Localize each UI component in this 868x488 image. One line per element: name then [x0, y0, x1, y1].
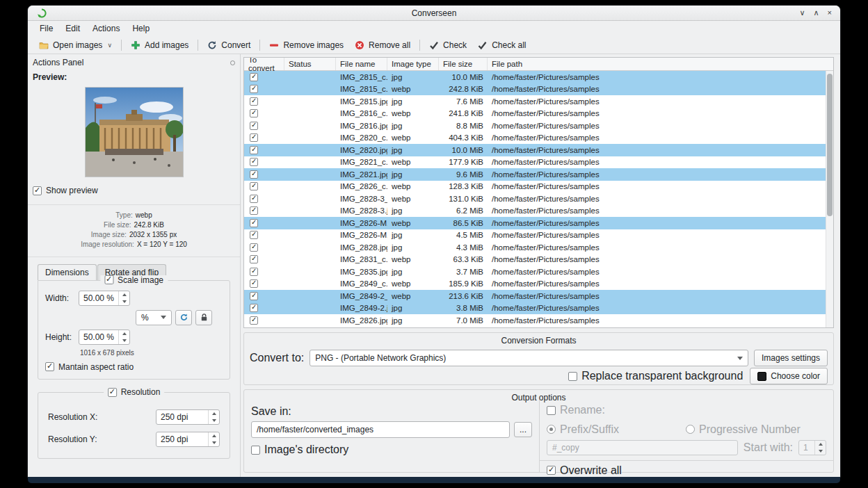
table-row[interactable]: IMG_2816.jpgjpg8.8 MiB/home/faster/Pictu…: [244, 120, 826, 132]
table-row[interactable]: IMG_2849-2_...webp213.6 KiB/home/faster/…: [244, 290, 826, 302]
browse-button[interactable]: ...: [514, 422, 532, 437]
scrollbar-thumb[interactable]: [827, 74, 833, 216]
to-convert-checkbox[interactable]: [250, 146, 258, 154]
table-row[interactable]: IMG_2828-3.j...jpg6.2 MiB/home/faster/Pi…: [244, 205, 826, 218]
to-convert-checkbox[interactable]: [250, 133, 258, 142]
to-convert-checkbox[interactable]: [250, 304, 258, 312]
column-to-convert[interactable]: To convert: [244, 58, 284, 70]
to-convert-checkbox[interactable]: [250, 279, 258, 288]
to-convert-checkbox[interactable]: [250, 219, 258, 227]
convert-to-select[interactable]: PNG - (Portable Network Graphics): [310, 350, 748, 366]
to-convert-checkbox[interactable]: [250, 206, 258, 215]
lock-aspect-button[interactable]: [195, 310, 212, 325]
refresh-button[interactable]: [175, 310, 192, 325]
dock-float-icon[interactable]: [230, 60, 235, 65]
table-row[interactable]: IMG_2815_c...webp242.8 KiB/home/faster/P…: [244, 83, 826, 96]
column-file-size[interactable]: File size: [439, 58, 488, 70]
column-image-type[interactable]: Image type: [387, 58, 439, 70]
menu-file[interactable]: File: [33, 22, 59, 35]
images-settings-button[interactable]: Images settings: [754, 350, 828, 366]
menu-help[interactable]: Help: [126, 22, 156, 35]
to-convert-checkbox[interactable]: [250, 109, 258, 117]
menu-actions[interactable]: Actions: [86, 22, 126, 35]
minimize-button[interactable]: ∨: [799, 8, 805, 17]
resolution-x-spinner[interactable]: 250 dpi: [156, 409, 220, 425]
to-convert-checkbox[interactable]: [250, 316, 258, 325]
spinner-arrows[interactable]: [814, 441, 826, 455]
overwrite-all-checkbox[interactable]: Overwrite all: [547, 464, 622, 477]
column-file-name[interactable]: File name: [336, 58, 387, 70]
close-button[interactable]: ×: [828, 8, 832, 17]
remove-all-button[interactable]: Remove all: [349, 38, 416, 52]
table-row[interactable]: IMG_2849_c...webp185.9 KiB/home/faster/P…: [244, 278, 826, 291]
to-convert-checkbox[interactable]: [250, 182, 258, 190]
tab-dimensions[interactable]: Dimensions: [38, 264, 97, 280]
open-images-button[interactable]: Open images ∨: [33, 38, 118, 52]
file-name-cell: IMG_2849-2.j...: [336, 304, 387, 312]
table-row[interactable]: IMG_2831_c...webp63.3 KiB/home/faster/Pi…: [244, 254, 826, 266]
to-convert-checkbox[interactable]: [250, 97, 258, 106]
table-scrollbar[interactable]: [826, 71, 833, 327]
to-convert-checkbox[interactable]: [250, 158, 258, 166]
table-row[interactable]: IMG_2835.jpgjpg3.7 MiB/home/faster/Pictu…: [244, 266, 826, 278]
rename-pattern-input[interactable]: #_copy: [547, 440, 738, 455]
menu-edit[interactable]: Edit: [59, 22, 86, 35]
start-with-spinner[interactable]: 1: [798, 440, 826, 455]
table-row[interactable]: IMG_2821.jpgjpg9.6 MiB/home/faster/Pictu…: [244, 168, 826, 181]
column-status[interactable]: Status: [284, 58, 336, 70]
table-row[interactable]: IMG_2821_c...webp177.9 KiB/home/faster/P…: [244, 156, 826, 169]
column-file-path[interactable]: File path: [488, 58, 833, 70]
table-row[interactable]: IMG_2826-M...jpg4.5 MiB/home/faster/Pict…: [244, 229, 826, 242]
spinner-arrows[interactable]: [118, 291, 129, 305]
replace-transparent-checkbox[interactable]: Replace transparent background: [568, 370, 743, 382]
table-row[interactable]: IMG_2815.jpgjpg7.6 MiB/home/faster/Pictu…: [244, 95, 826, 108]
maintain-aspect-checkbox[interactable]: Mantain aspect ratio: [45, 362, 134, 372]
remove-images-button[interactable]: Remove images: [264, 38, 349, 52]
to-convert-checkbox[interactable]: [250, 122, 258, 130]
table-row[interactable]: IMG_2820.jpgjpg10.0 MiB/home/faster/Pict…: [244, 144, 826, 156]
spinner-arrows[interactable]: [208, 432, 219, 446]
table-row[interactable]: IMG_2815_c...jpg10.0 MiB/home/faster/Pic…: [244, 71, 826, 83]
table-row[interactable]: IMG_2828-3_...webp131.0 KiB/home/faster/…: [244, 193, 826, 205]
choose-color-button[interactable]: Choose color: [750, 368, 828, 384]
to-convert-checkbox[interactable]: [250, 85, 258, 93]
spinner-arrows[interactable]: [208, 410, 219, 424]
to-convert-checkbox[interactable]: [250, 268, 258, 276]
to-convert-checkbox[interactable]: [250, 255, 258, 263]
table-row[interactable]: IMG_2828.jpgjpg4.3 MiB/home/faster/Pictu…: [244, 241, 826, 254]
table-row[interactable]: IMG_2826_c...webp128.3 KiB/home/faster/P…: [244, 181, 826, 193]
convert-button[interactable]: Convert: [202, 38, 256, 52]
check-all-button[interactable]: Check all: [472, 38, 531, 52]
maximize-button[interactable]: ∧: [814, 8, 819, 17]
check-button[interactable]: Check: [424, 38, 472, 52]
scale-image-checkbox[interactable]: Scale image: [100, 275, 168, 285]
table-body: IMG_2815_c...jpg10.0 MiB/home/faster/Pic…: [244, 71, 826, 327]
height-spinner[interactable]: 50.00 %: [79, 330, 130, 345]
rename-checkbox[interactable]: Rename:: [547, 404, 605, 416]
chevron-down-icon[interactable]: ∨: [107, 42, 112, 49]
to-convert-checkbox[interactable]: [250, 73, 258, 81]
table-row[interactable]: IMG_2826-M...webp86.5 KiB/home/faster/Pi…: [244, 217, 826, 229]
table-row[interactable]: IMG_2849-2.j...jpg3.8 MiB/home/faster/Pi…: [244, 302, 826, 315]
add-images-button[interactable]: Add images: [125, 38, 194, 52]
resolution-checkbox[interactable]: Resolution: [104, 387, 165, 397]
images-directory-checkbox[interactable]: Image's directory: [251, 444, 348, 456]
to-convert-checkbox[interactable]: [250, 243, 258, 252]
table-row[interactable]: IMG_2826.jpgjpg7.0 MiB/home/faster/Pictu…: [244, 314, 826, 327]
titlebar[interactable]: Converseen ∨ ∧ ×: [28, 6, 840, 21]
spinner-arrows[interactable]: [118, 330, 129, 344]
unit-select[interactable]: %: [136, 310, 172, 325]
table-row[interactable]: IMG_2820_c...webp404.3 KiB/home/faster/P…: [244, 132, 826, 145]
save-in-input[interactable]: /home/faster/converted_images: [251, 421, 510, 438]
to-convert-checkbox[interactable]: [250, 195, 258, 203]
to-convert-checkbox[interactable]: [250, 292, 258, 300]
to-convert-checkbox[interactable]: [250, 231, 258, 239]
image-type-cell: webp: [387, 292, 439, 300]
show-preview-checkbox[interactable]: Show preview: [33, 186, 98, 195]
table-row[interactable]: IMG_2816_c...webp241.8 KiB/home/faster/P…: [244, 108, 826, 120]
prefix-suffix-radio[interactable]: Prefix/Suffix: [547, 423, 686, 436]
progressive-number-radio[interactable]: Progressive Number: [686, 423, 801, 436]
resolution-y-spinner[interactable]: 250 dpi: [156, 432, 220, 447]
width-spinner[interactable]: 50.00 %: [79, 291, 130, 306]
to-convert-checkbox[interactable]: [250, 170, 258, 179]
